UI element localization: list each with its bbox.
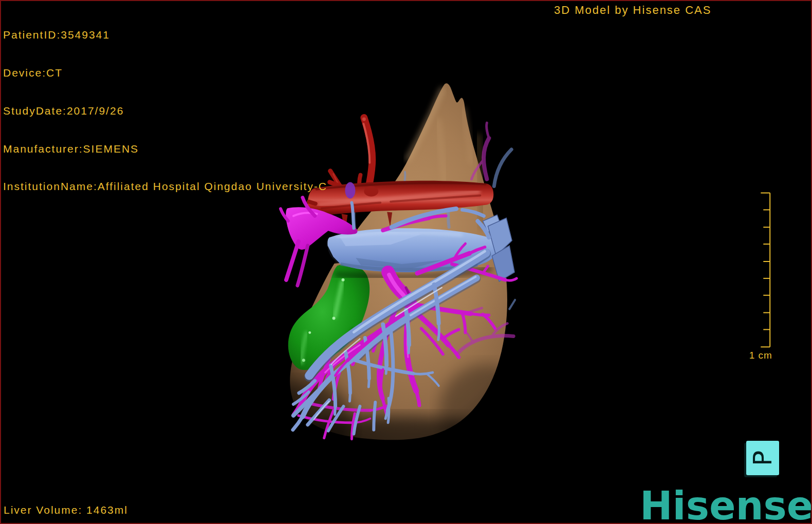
orientation-p-icon: P — [750, 450, 776, 465]
device-line: Device:CT — [3, 67, 327, 80]
scale-label: 1 cm — [749, 350, 772, 361]
violet-vessel-stump — [345, 182, 355, 199]
study-date-line: StudyDate:2017/9/26 — [3, 105, 327, 118]
patient-info-overlay: PatientID:3549341 Device:CT StudyDate:20… — [3, 4, 327, 218]
scale-ruler — [761, 193, 770, 347]
institution-name-line: InstitutionName:Affiliated Hospital Qing… — [3, 180, 327, 193]
orientation-marker-cube[interactable]: P — [746, 441, 779, 475]
liver-volume-label: Liver Volume: 1463ml — [4, 504, 128, 516]
hisense-logo: Hisense — [640, 486, 812, 524]
cas-3d-viewer-window: 1 cm PatientID:3549341 Device:CT StudyDa… — [0, 0, 812, 524]
patient-id-line: PatientID:3549341 — [3, 29, 327, 42]
watermark-text: 3D Model by Hisense CAS — [554, 4, 711, 17]
manufacturer-line: Manufacturer:SIEMENS — [3, 143, 327, 156]
